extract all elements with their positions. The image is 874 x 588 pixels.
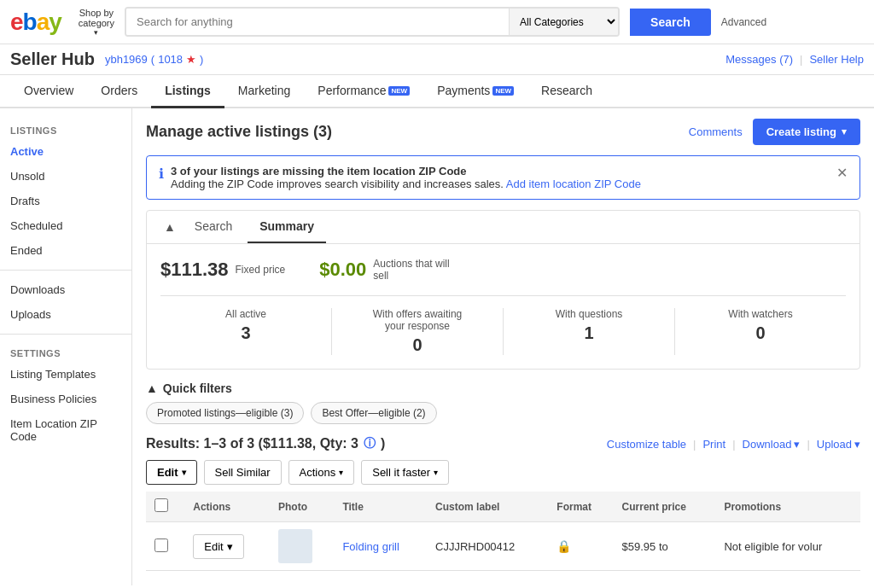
select-all-checkbox[interactable] (154, 498, 168, 512)
sidebar-item-ended[interactable]: Ended (0, 238, 131, 263)
rating-text: 1018 (158, 53, 183, 66)
tab-research[interactable]: Research (527, 75, 606, 108)
edit-button[interactable]: Edit ▾ (146, 460, 197, 485)
performance-new-badge: NEW (388, 86, 410, 96)
row-checkbox-cell (146, 522, 184, 571)
alert-banner: ℹ 3 of your listings are missing the ite… (146, 155, 860, 200)
results-info-icon[interactable]: ⓘ (364, 436, 376, 451)
sidebar-item-scheduled[interactable]: Scheduled (0, 213, 131, 238)
listing-title-link[interactable]: Folding grill (342, 540, 399, 553)
category-select[interactable]: All Categories (509, 9, 618, 35)
sidebar-item-downloads[interactable]: Downloads (0, 277, 131, 302)
create-listing-button[interactable]: Create listing ▾ (753, 119, 860, 145)
sidebar-item-zip-code[interactable]: Item Location ZIP Code (0, 411, 131, 449)
row-promotions-cell: Not eligible for volur (715, 522, 860, 571)
stat-offers-value: 0 (339, 335, 496, 355)
tab-payments[interactable]: Payments NEW (423, 75, 527, 108)
summary-collapse-button[interactable]: ▲ (160, 212, 179, 242)
sidebar-item-listing-templates[interactable]: Listing Templates (0, 362, 131, 387)
summary-search-tab[interactable]: Search (183, 211, 244, 243)
table-row: Edit ▾ Folding grill CJJJRHD00412 🔒 $59.… (146, 522, 860, 571)
row-edit-button[interactable]: Edit ▾ (193, 534, 243, 559)
summary-tabs: ▲ Search Summary (147, 211, 859, 244)
ebay-y: y (49, 9, 61, 36)
search-button[interactable]: Search (630, 9, 711, 36)
customize-table-link[interactable]: Customize table (607, 438, 686, 451)
row-actions-cell: Edit ▾ (184, 522, 270, 571)
alert-normal-text: Adding the ZIP Code improves search visi… (171, 178, 504, 190)
auctions-price-value: $0.00 (319, 259, 366, 281)
fixed-price-value: $111.38 (160, 259, 229, 281)
messages-link[interactable]: Messages (7) (725, 53, 793, 66)
quick-filters-header[interactable]: ▲ Quick filters (146, 381, 860, 395)
listing-photo (278, 529, 312, 563)
sidebar-item-unsold[interactable]: Unsold (0, 164, 131, 189)
tab-orders[interactable]: Orders (87, 75, 151, 108)
tab-overview[interactable]: Overview (10, 75, 87, 108)
row-checkbox[interactable] (154, 539, 168, 552)
quick-filters-label: Quick filters (163, 381, 232, 395)
summary-summary-tab[interactable]: Summary (248, 211, 326, 243)
results-close-paren: ) (381, 436, 385, 451)
sep-2: | (732, 438, 735, 451)
col-photo: Photo (270, 492, 334, 522)
separator: | (800, 53, 802, 66)
col-format: Format (548, 492, 613, 522)
sell-faster-arrow-icon: ▾ (434, 468, 438, 477)
quick-filters-collapse-icon: ▲ (146, 381, 158, 395)
sell-similar-button[interactable]: Sell Similar (204, 460, 282, 485)
payments-new-badge: NEW (492, 86, 514, 96)
stat-questions: With questions 1 (504, 308, 675, 355)
seller-username[interactable]: ybh1969 (1018 ★) (105, 53, 204, 66)
edit-label: Edit (157, 466, 178, 479)
stat-watchers-value: 0 (682, 323, 839, 343)
actions-button[interactable]: Actions ▾ (288, 460, 355, 485)
stat-questions-value: 1 (510, 323, 667, 343)
sidebar-item-business-policies[interactable]: Business Policies (0, 387, 131, 411)
create-listing-arrow-icon: ▾ (842, 126, 847, 137)
actions-label: Actions (300, 466, 336, 479)
sidebar-item-drafts[interactable]: Drafts (0, 189, 131, 213)
ebay-a: a (37, 9, 50, 36)
summary-body: $111.38 Fixed price $0.00 Auctions that … (147, 244, 859, 369)
print-link[interactable]: Print (702, 438, 725, 451)
sidebar-item-uploads[interactable]: Uploads (0, 302, 131, 327)
stat-all-active: All active 3 (160, 308, 332, 355)
tab-marketing[interactable]: Marketing (224, 75, 304, 108)
upload-dropdown[interactable]: Upload ▾ (817, 438, 860, 451)
actions-arrow-icon: ▾ (339, 468, 343, 477)
tab-listings[interactable]: Listings (151, 75, 224, 108)
auctions-price-item: $0.00 Auctions that will sell (319, 258, 458, 282)
lock-icon: 🔒 (556, 539, 571, 553)
shop-by-category[interactable]: Shop by category ▾ (79, 8, 114, 37)
alert-close-button[interactable]: ✕ (836, 165, 848, 181)
sidebar-item-active[interactable]: Active (0, 139, 131, 164)
stat-offers-awaiting: With offers awaitingyour response 0 (332, 308, 504, 355)
seller-help-link[interactable]: Seller Help (809, 53, 864, 66)
row-title-cell: Folding grill (334, 522, 427, 571)
ebay-b: b (23, 9, 37, 36)
sell-faster-button[interactable]: Sell it faster ▾ (361, 460, 449, 485)
row-format-cell: 🔒 (548, 522, 613, 571)
shop-by-label: Shop by (79, 8, 114, 18)
shop-by-category-label: category (79, 18, 114, 28)
shop-by-arrow-icon: ▾ (94, 28, 98, 37)
stat-watchers: With watchers 0 (675, 308, 846, 355)
download-dropdown[interactable]: Download ▾ (743, 438, 801, 451)
col-current-price: Current price (614, 492, 716, 522)
filter-chips: Promoted listings—eligible (3) Best Offe… (146, 402, 860, 424)
advanced-link[interactable]: Advanced (721, 16, 766, 28)
seller-hub-bar: Seller Hub ybh1969 (1018 ★) Messages (7)… (0, 44, 874, 75)
listings-table: Actions Photo Title Custom label Format … (146, 492, 860, 571)
filter-chip-best-offer[interactable]: Best Offer—eligible (2) (311, 402, 436, 424)
download-label: Download (743, 438, 792, 451)
col-checkbox (146, 492, 184, 522)
comments-link[interactable]: Comments (689, 125, 743, 138)
fixed-price-label: Fixed price (236, 264, 286, 276)
alert-bold-text: 3 of your listings are missing the item … (171, 165, 467, 178)
add-zip-code-link[interactable]: Add item location ZIP Code (506, 178, 641, 190)
filter-chip-promoted[interactable]: Promoted listings—eligible (3) (146, 402, 304, 424)
tab-performance[interactable]: Performance NEW (304, 75, 423, 108)
search-input[interactable] (126, 9, 509, 35)
alert-content: ℹ 3 of your listings are missing the ite… (159, 165, 641, 190)
